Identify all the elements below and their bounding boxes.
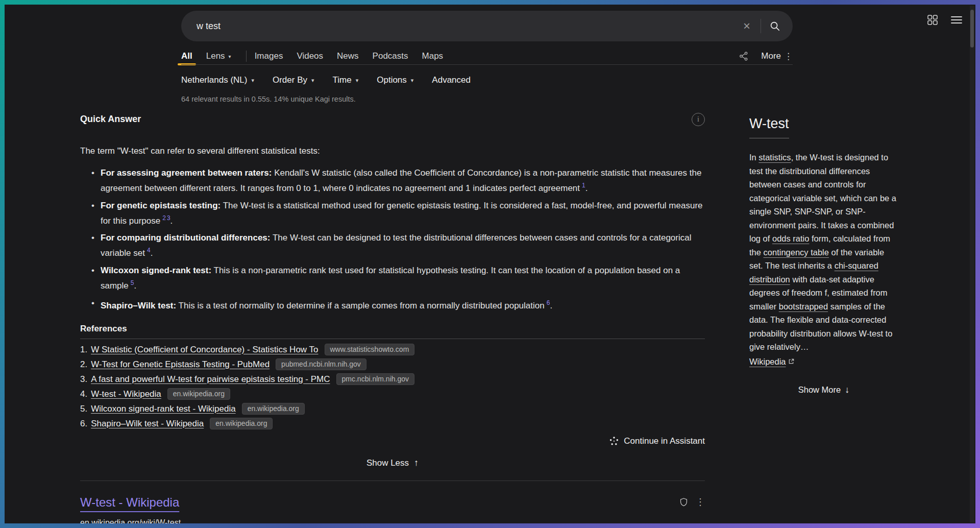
tab-news-label: News — [337, 51, 359, 61]
shield-icon[interactable] — [679, 497, 689, 508]
filter-region-label: Netherlands (NL) — [181, 75, 247, 85]
citation-link[interactable]: 1 — [582, 182, 585, 189]
bullet-lead: For assessing agreement between raters: — [101, 168, 272, 178]
reference-row: 6. Shapiro–Wilk test - Wikipedia en.wiki… — [80, 416, 705, 431]
domain-badge: pmc.ncbi.nlm.nih.gov — [336, 373, 415, 385]
citation-link[interactable]: 4 — [147, 247, 151, 254]
citation-link[interactable]: 5 — [131, 279, 134, 286]
tab-videos-label: Videos — [297, 51, 323, 61]
knowledge-panel-title: W-test — [749, 116, 789, 138]
list-item: Wilcoxon signed-rank test: This is a non… — [80, 264, 705, 292]
search-bar: × — [181, 11, 793, 41]
scrollbar-thumb[interactable] — [970, 10, 974, 47]
filter-order-by-label: Order By — [273, 75, 307, 85]
reference-row: 2. W-Test for Genetic Epistasis Testing … — [80, 357, 705, 372]
external-link-icon — [788, 358, 795, 365]
tab-news[interactable]: News — [337, 48, 359, 64]
reference-row: 5. Wilcoxon signed-rank test - Wikipedia… — [80, 401, 705, 416]
chevron-down-icon: ▾ — [251, 77, 254, 84]
tab-maps-label: Maps — [422, 51, 444, 61]
chevron-down-icon: ▾ — [311, 77, 314, 84]
reference-link[interactable]: W-Test for Genetic Epistasis Testing - P… — [91, 359, 270, 370]
clear-search-icon[interactable]: × — [741, 20, 752, 32]
tab-images[interactable]: Images — [255, 48, 283, 64]
bullet-lead: Wilcoxon signed-rank test: — [101, 266, 211, 275]
tab-videos[interactable]: Videos — [297, 48, 323, 64]
bullet-tail: . — [151, 248, 153, 258]
reference-number: 5. — [80, 404, 87, 414]
reference-link[interactable]: W Statistic (Coefficient of Concordance)… — [91, 345, 318, 355]
result-url: en.wikipedia.org/wiki/W-test — [80, 518, 705, 523]
tabs-divider — [181, 64, 793, 65]
bullet-tail: . — [170, 215, 173, 225]
domain-badge: en.wikipedia.org — [210, 418, 273, 429]
tab-podcasts[interactable]: Podcasts — [373, 48, 408, 64]
domain-badge: www.statisticshowto.com — [325, 344, 415, 355]
continue-in-assistant-button[interactable]: Continue in Assistant — [80, 436, 705, 446]
search-icon[interactable] — [769, 20, 780, 32]
section-divider — [80, 481, 705, 481]
scrollbar[interactable] — [970, 6, 974, 522]
kp-inline-link[interactable]: contingency table — [764, 248, 829, 257]
kp-inline-link[interactable]: odds ratio — [772, 234, 809, 243]
filter-advanced[interactable]: Advanced — [432, 75, 471, 85]
reference-link[interactable]: Shapiro–Wilk test - Wikipedia — [91, 419, 204, 429]
menu-icon[interactable] — [951, 16, 962, 24]
reference-link[interactable]: Wilcoxon signed-rank test - Wikipedia — [91, 404, 235, 414]
bullet-tail: . — [134, 281, 137, 291]
window-frame: × — [0, 0, 980, 528]
tab-lens-label: Lens — [206, 51, 225, 61]
citation-link[interactable]: 3 — [167, 214, 170, 222]
kp-source-label: Wikipedia — [749, 355, 786, 369]
filter-time[interactable]: Time ▾ — [333, 75, 359, 85]
bullet-lead: Shapiro–Wilk test: — [101, 300, 176, 310]
bullet-tail: . — [585, 183, 588, 193]
tab-all[interactable]: All — [181, 48, 192, 64]
chevron-down-icon: ▾ — [411, 77, 414, 84]
kebab-icon[interactable]: ⋮ — [696, 496, 705, 508]
search-input[interactable] — [197, 21, 741, 32]
info-icon[interactable]: i — [692, 113, 705, 126]
reference-number: 2. — [80, 359, 87, 370]
assistant-icon — [609, 436, 619, 446]
filter-region[interactable]: Netherlands (NL) ▾ — [181, 75, 254, 85]
filter-order-by[interactable]: Order By ▾ — [273, 75, 314, 85]
result-title-link[interactable]: W-test - Wikipedia — [80, 495, 179, 510]
tab-images-label: Images — [255, 51, 283, 61]
knowledge-panel-body: In statistics, the W-test is designed to… — [749, 151, 898, 368]
show-more-button[interactable]: Show More↓ — [749, 385, 898, 395]
reference-link[interactable]: A fast and powerful W-test for pairwise … — [91, 374, 330, 385]
quick-answer-list: For assessing agreement between raters: … — [80, 166, 705, 311]
tab-all-label: All — [181, 51, 192, 61]
reference-link[interactable]: W-test - Wikipedia — [91, 389, 161, 399]
domain-badge: en.wikipedia.org — [242, 403, 305, 415]
share-icon[interactable] — [739, 51, 749, 61]
arrow-down-icon: ↓ — [845, 385, 849, 395]
domain-badge: pubmed.ncbi.nlm.nih.gov — [276, 358, 366, 370]
show-less-button[interactable]: Show Less↑ — [80, 458, 705, 468]
more-menu-button[interactable]: More ⋮ — [761, 51, 793, 62]
apps-grid-icon[interactable] — [927, 15, 938, 25]
more-label: More — [761, 51, 781, 61]
tab-separator — [246, 51, 247, 62]
quick-answer-title: Quick Answer — [80, 114, 705, 125]
results-stats: 64 relevant results in 0.55s. 14% unique… — [181, 95, 356, 103]
kp-inline-link[interactable]: statistics — [758, 153, 791, 162]
tab-lens[interactable]: Lens ▾ — [206, 48, 231, 64]
references-title: References — [80, 324, 705, 339]
list-item: For genetic epistasis testing: The W-tes… — [80, 199, 705, 227]
topbar-icons — [927, 15, 962, 25]
tab-maps[interactable]: Maps — [422, 48, 444, 64]
reference-number: 3. — [80, 374, 87, 385]
kp-source-link[interactable]: Wikipedia — [749, 355, 795, 369]
filter-options[interactable]: Options ▾ — [377, 75, 413, 85]
quick-answer-intro: The term "W-test" can refer to several d… — [80, 146, 705, 156]
filters-bar: Netherlands (NL) ▾ Order By ▾ Time ▾ Opt… — [181, 75, 471, 85]
bullet-lead: For comparing distributional differences… — [101, 233, 270, 243]
search-tabs: All Lens ▾ Images Videos News Podcasts M… — [181, 48, 793, 64]
citation-link[interactable]: 2 — [162, 214, 166, 222]
reference-row: 3. A fast and powerful W-test for pairwi… — [80, 372, 705, 387]
kp-inline-link[interactable]: bootstrapped — [779, 302, 828, 311]
kp-text-segment: , the W-test is designed to test the dis… — [749, 153, 896, 243]
kp-text-segment: In — [749, 153, 758, 162]
